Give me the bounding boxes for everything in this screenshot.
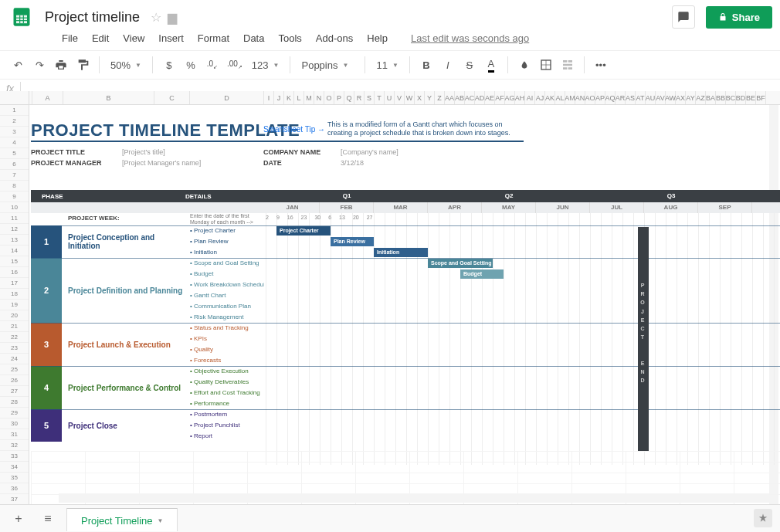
last-edit-link[interactable]: Last edit was seconds ago	[405, 29, 535, 47]
italic-button[interactable]: I	[438, 55, 458, 75]
rowhdr-37[interactable]: 37	[0, 494, 29, 504]
colhdr-AW[interactable]: AW	[666, 91, 676, 104]
sheet-tab-menu-icon[interactable]: ▼	[157, 517, 163, 524]
colhdr-D[interactable]: D	[190, 91, 264, 104]
menu-data[interactable]: Data	[237, 29, 270, 47]
select-all-corner[interactable]	[0, 91, 29, 104]
colhdr-AP[interactable]: AP	[595, 91, 605, 104]
borders-button[interactable]	[536, 55, 556, 75]
rowhdr-20[interactable]: 20	[0, 310, 29, 321]
rowhdr-1[interactable]: 1	[0, 105, 29, 116]
colhdr-O[interactable]: O	[324, 91, 334, 104]
colhdr-N[interactable]: N	[314, 91, 324, 104]
rowhdr-10[interactable]: 10	[0, 202, 29, 213]
rowhdr-12[interactable]: 12	[0, 224, 29, 235]
all-sheets-button[interactable]: ≡	[37, 508, 59, 530]
dec-less-button[interactable]: .0↙	[202, 55, 222, 75]
colhdr-M[interactable]: M	[304, 91, 314, 104]
rowhdr-22[interactable]: 22	[0, 332, 29, 343]
colhdr-I[interactable]: I	[264, 91, 274, 104]
colhdr-AQ[interactable]: AQ	[605, 91, 616, 104]
colhdr-AS[interactable]: AS	[626, 91, 636, 104]
tip-link[interactable]: Smartsheet Tip →	[263, 125, 325, 134]
merge-button[interactable]	[558, 55, 578, 75]
colhdr-AK[interactable]: AK	[545, 91, 555, 104]
colhdr-B[interactable]: B	[63, 91, 154, 104]
rowhdr-7[interactable]: 7	[0, 170, 29, 181]
sheet-tab-active[interactable]: Project Timeline ▼	[66, 508, 178, 531]
colhdr-Y[interactable]: Y	[425, 91, 435, 104]
rowhdr-16[interactable]: 16	[0, 267, 29, 278]
colhdr-J[interactable]: J	[274, 91, 284, 104]
rowhdr-3[interactable]: 3	[0, 127, 29, 137]
colhdr-Z[interactable]: Z	[435, 91, 445, 104]
colhdr-S[interactable]: S	[365, 91, 375, 104]
colhdr-AZ[interactable]: AZ	[696, 91, 706, 104]
colhdr-W[interactable]: W	[405, 91, 415, 104]
colhdr-BA[interactable]: BA	[706, 91, 716, 104]
colhdr-AJ[interactable]: AJ	[535, 91, 545, 104]
colhdr-AY[interactable]: AY	[686, 91, 696, 104]
more-toolbar-button[interactable]: •••	[591, 55, 611, 75]
colhdr-AC[interactable]: AC	[465, 91, 475, 104]
textcolor-button[interactable]: A	[481, 55, 501, 75]
colhdr-AX[interactable]: AX	[676, 91, 686, 104]
rowhdr-25[interactable]: 25	[0, 364, 29, 375]
print-button[interactable]	[51, 55, 71, 75]
menu-insert[interactable]: Insert	[152, 29, 190, 47]
rowhdr-18[interactable]: 18	[0, 289, 29, 300]
colhdr-K[interactable]: K	[284, 91, 294, 104]
comments-button[interactable]	[672, 5, 695, 29]
colhdr-X[interactable]: X	[415, 91, 425, 104]
menu-format[interactable]: Format	[192, 29, 236, 47]
rowhdr-36[interactable]: 36	[0, 483, 29, 494]
rowhdr-8[interactable]: 8	[0, 181, 29, 191]
colhdr-AU[interactable]: AU	[646, 91, 656, 104]
rowhdr-23[interactable]: 23	[0, 343, 29, 354]
colhdr-A[interactable]: A	[32, 91, 63, 104]
undo-button[interactable]: ↶	[8, 55, 28, 75]
colhdr-AT[interactable]: AT	[636, 91, 646, 104]
colhdr-BF[interactable]: BF	[756, 91, 766, 104]
colhdr-AF[interactable]: AF	[495, 91, 505, 104]
rowhdr-31[interactable]: 31	[0, 429, 29, 440]
colhdr-BB[interactable]: BB	[716, 91, 726, 104]
rowhdr-4[interactable]: 4	[0, 137, 29, 148]
rowhdr-6[interactable]: 6	[0, 159, 29, 170]
colhdr-AA[interactable]: AA	[445, 91, 455, 104]
rowhdr-14[interactable]: 14	[0, 246, 29, 256]
spreadsheet-canvas[interactable]: PROJECT TIMELINE TEMPLATE Smartsheet Tip…	[29, 105, 780, 504]
rowhdr-24[interactable]: 24	[0, 354, 29, 364]
font-select[interactable]: Poppins▼	[297, 59, 358, 71]
colhdr-AH[interactable]: AH	[515, 91, 525, 104]
rowhdr-34[interactable]: 34	[0, 462, 29, 473]
colhdr-V[interactable]: V	[395, 91, 405, 104]
explore-button[interactable]	[754, 509, 772, 527]
colhdr-AO[interactable]: AO	[585, 91, 595, 104]
rowhdr-32[interactable]: 32	[0, 440, 29, 451]
share-button[interactable]: Share	[706, 6, 772, 29]
rowhdr-11[interactable]: 11	[0, 213, 29, 224]
numfmt-select[interactable]: 123▼	[247, 59, 284, 71]
rowhdr-26[interactable]: 26	[0, 375, 29, 386]
fillcolor-button[interactable]	[514, 55, 534, 75]
menu-view[interactable]: View	[117, 29, 151, 47]
folder-icon[interactable]: ▆	[168, 10, 177, 25]
colhdr-C[interactable]: C	[154, 91, 190, 104]
fontsize-select[interactable]: 11▼	[371, 59, 402, 71]
strike-button[interactable]: S	[460, 55, 480, 75]
colhdr-AI[interactable]: AI	[525, 91, 535, 104]
redo-button[interactable]: ↷	[29, 55, 49, 75]
rowhdr-33[interactable]: 33	[0, 451, 29, 462]
bold-button[interactable]: B	[416, 55, 436, 75]
dec-more-button[interactable]: .00↗	[224, 55, 246, 75]
horizontal-scrollbar[interactable]	[59, 493, 769, 503]
colhdr-AN[interactable]: AN	[575, 91, 585, 104]
rowhdr-21[interactable]: 21	[0, 321, 29, 332]
menu-addons[interactable]: Add-ons	[310, 29, 359, 47]
rowhdr-28[interactable]: 28	[0, 397, 29, 408]
colhdr-AB[interactable]: AB	[455, 91, 465, 104]
colhdr-Q[interactable]: Q	[344, 91, 354, 104]
percent-button[interactable]: %	[181, 55, 201, 75]
menu-file[interactable]: File	[56, 29, 84, 47]
